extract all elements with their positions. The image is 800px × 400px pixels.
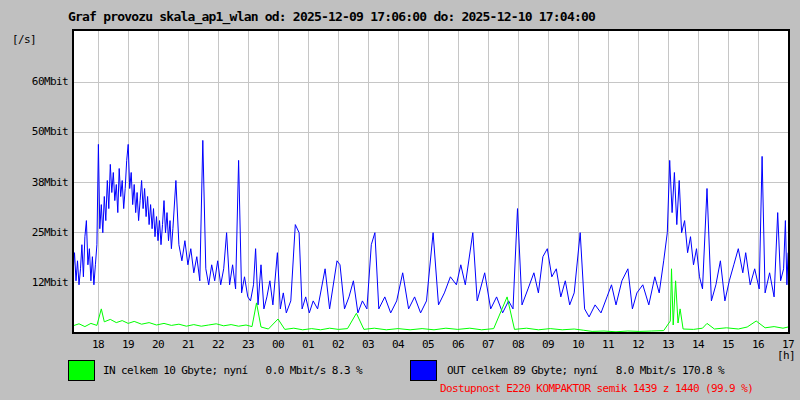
x-axis-tick-label: 06 [443, 338, 473, 351]
x-axis-tick-label: 12 [623, 338, 653, 351]
x-axis-tick-label: 17 [773, 338, 800, 351]
traffic-chart-svg [65, 26, 797, 346]
x-axis-tick-label: 14 [683, 338, 713, 351]
legend-out-swatch [410, 360, 437, 381]
x-axis-tick-label: 09 [533, 338, 563, 351]
legend-in-swatch [68, 360, 95, 381]
x-axis-tick-label: 18 [83, 338, 113, 351]
x-axis-tick-label: 19 [113, 338, 143, 351]
legend-in-label: IN celkem 10 Gbyte; nyní 0.0 Mbit/s 8.3 … [103, 364, 362, 377]
traffic-graph-page: Graf provozu skala_ap1_wlan od: 2025-12-… [0, 0, 800, 400]
x-axis-tick-label: 11 [593, 338, 623, 351]
x-axis-tick-label: 15 [713, 338, 743, 351]
y-axis-tick-label: 38Mbit [0, 176, 68, 189]
x-axis-tick-label: 04 [383, 338, 413, 351]
y-axis-unit-label: [/s] [12, 33, 36, 46]
y-axis-tick-label: 12Mbit [0, 276, 68, 289]
y-axis-tick-label: 25Mbit [0, 226, 68, 239]
x-axis-tick-label: 20 [143, 338, 173, 351]
x-axis-tick-label: 00 [263, 338, 293, 351]
x-axis-tick-label: 03 [353, 338, 383, 351]
y-axis-tick-label: 60Mbit [0, 75, 68, 88]
x-axis-tick-label: 23 [233, 338, 263, 351]
x-axis-tick-label: 05 [413, 338, 443, 351]
x-axis-tick-label: 08 [503, 338, 533, 351]
y-axis-tick-label: 50Mbit [0, 125, 68, 138]
x-axis-tick-label: 13 [653, 338, 683, 351]
x-axis-tick-label: 02 [323, 338, 353, 351]
availability-note: Dostupnost E220 KOMPAKTOR semik 1439 z 1… [440, 382, 753, 395]
x-axis-tick-label: 07 [473, 338, 503, 351]
x-axis-tick-label: 16 [743, 338, 773, 351]
page-title: Graf provozu skala_ap1_wlan od: 2025-12-… [68, 9, 595, 24]
x-axis-tick-label: 10 [563, 338, 593, 351]
x-axis-tick-label: 22 [203, 338, 233, 351]
legend-out-label: OUT celkem 89 Gbyte; nyní 8.0 Mbit/s 170… [447, 364, 724, 377]
x-axis-tick-label: 21 [173, 338, 203, 351]
x-axis-tick-label: 01 [293, 338, 323, 351]
